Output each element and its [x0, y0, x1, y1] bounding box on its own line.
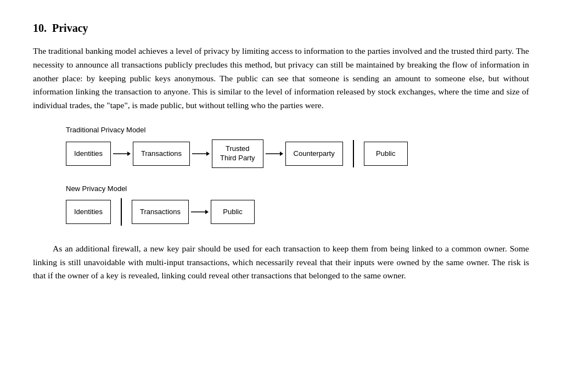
traditional-model-row: Identities Transactions TrustedThird Par… — [66, 139, 529, 168]
diagram-area: Traditional Privacy Model Identities Tra… — [66, 126, 529, 226]
new-model: New Privacy Model Identities Transaction… — [66, 184, 529, 226]
arrow-2 — [192, 149, 210, 158]
box-identities-new: Identities — [66, 200, 111, 224]
arrow-3 — [266, 149, 283, 158]
closing-paragraph: As an additional firewall, a new key pai… — [33, 242, 529, 283]
traditional-model: Traditional Privacy Model Identities Tra… — [66, 126, 529, 168]
box-trusted-third-party: TrustedThird Party — [212, 139, 263, 168]
svg-marker-1 — [127, 152, 131, 156]
vertical-divider-traditional — [353, 140, 354, 167]
vertical-divider-new — [121, 198, 122, 226]
new-model-label: New Privacy Model — [66, 184, 529, 193]
box-public-traditional: Public — [364, 142, 408, 166]
svg-marker-5 — [280, 152, 283, 156]
new-model-row: Identities Transactions Public — [66, 198, 529, 226]
arrow-4 — [191, 208, 209, 216]
arrow-1 — [113, 149, 131, 158]
intro-paragraph: The traditional banking model achieves a… — [33, 44, 529, 113]
box-counterparty: Counterparty — [285, 142, 343, 166]
svg-marker-7 — [205, 210, 209, 214]
box-identities-traditional: Identities — [66, 142, 111, 166]
traditional-model-label: Traditional Privacy Model — [66, 126, 529, 134]
box-public-new: Public — [211, 200, 255, 224]
section-title: 10. Privacy — [33, 22, 529, 35]
svg-marker-3 — [206, 152, 210, 156]
box-transactions-traditional: Transactions — [133, 142, 190, 166]
box-transactions-new: Transactions — [132, 200, 189, 224]
